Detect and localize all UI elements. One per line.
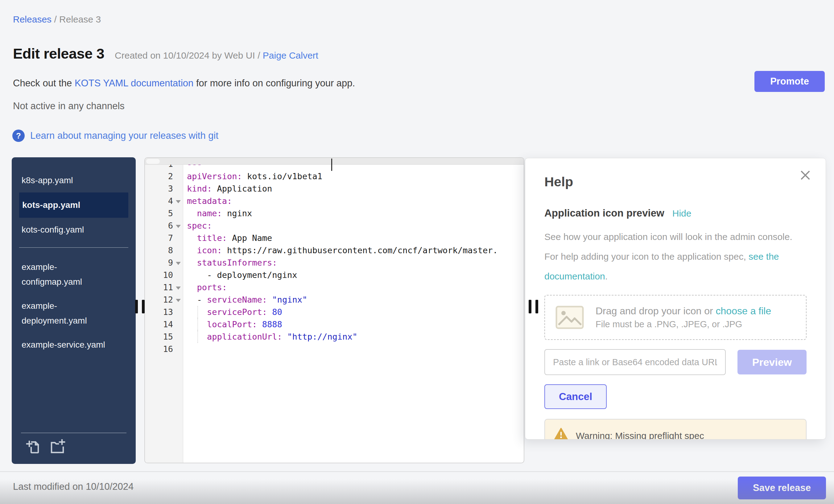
sidebar-file-kots-config.yaml[interactable]: kots-config.yaml xyxy=(19,218,128,242)
fold-slot xyxy=(173,232,183,244)
editor-scrollbar-thumb[interactable] xyxy=(146,159,160,164)
line-number: 3 xyxy=(145,182,173,195)
icon-dropzone[interactable]: Drag and drop your icon or choose a file… xyxy=(544,295,807,340)
code-text: spec: xyxy=(183,220,524,232)
icon-url-input[interactable] xyxy=(544,349,726,375)
promote-button[interactable]: Promote xyxy=(754,71,825,92)
created-author-link[interactable]: Paige Calvert xyxy=(263,50,318,61)
sidebar-file-example-configmap.yaml[interactable]: example-configmap.yaml xyxy=(19,255,128,294)
warning-texts: Warning: Missing preflight spec Warning … xyxy=(576,427,767,440)
sidebar-file-example-service.yaml[interactable]: example-service.yaml xyxy=(19,333,128,357)
line-number: 10 xyxy=(145,269,173,281)
preview-button[interactable]: Preview xyxy=(738,350,807,374)
sidebar-resize-handle[interactable] xyxy=(135,300,145,313)
code-text: apiVersion: kots.io/v1beta1 xyxy=(183,170,524,182)
code-text: applicationUrl: "http://nginx" xyxy=(183,331,524,343)
code-line[interactable]: 9 statusInformers: xyxy=(145,257,524,269)
dropzone-file-types: File must be a .PNG, .JPEG, or .JPG xyxy=(596,319,771,329)
page-title: Edit release 3 xyxy=(13,45,104,62)
text-cursor xyxy=(331,158,332,171)
fold-slot xyxy=(173,182,183,195)
code-text: localPort: 8888 xyxy=(183,318,524,331)
breadcrumb-current: Release 3 xyxy=(59,14,101,24)
save-release-button[interactable]: Save release xyxy=(738,477,826,499)
yaml-editor[interactable]: 1---2apiVersion: kots.io/v1beta13kind: A… xyxy=(144,157,524,463)
icon-preview-header: Application icon preview Hide xyxy=(544,207,807,219)
code-line[interactable]: 16 xyxy=(145,343,524,355)
code-lines: 1---2apiVersion: kots.io/v1beta13kind: A… xyxy=(145,158,524,355)
choose-file-link[interactable]: choose a file xyxy=(716,305,771,316)
warning-line1: Warning: Missing preflight spec xyxy=(576,427,767,440)
editor-scrollbar[interactable] xyxy=(145,158,524,165)
code-line[interactable]: 15 applicationUrl: "http://nginx" xyxy=(145,331,524,343)
breadcrumb-releases-link[interactable]: Releases xyxy=(13,14,51,24)
code-text: icon: https://raw.githubusercontent.com/… xyxy=(183,244,524,257)
icon-url-row: Preview xyxy=(544,349,807,375)
dropzone-texts: Drag and drop your icon or choose a file… xyxy=(596,305,771,329)
line-number: 4 xyxy=(145,195,173,207)
fold-slot xyxy=(173,306,183,318)
line-number: 12 xyxy=(145,294,173,306)
fold-arrow-icon[interactable] xyxy=(176,287,181,290)
help-title: Help xyxy=(544,174,807,190)
line-number: 5 xyxy=(145,207,173,220)
code-text: metadata: xyxy=(183,195,524,207)
code-line[interactable]: 6spec: xyxy=(145,220,524,232)
code-line[interactable]: 13 servicePort: 80 xyxy=(145,306,524,318)
new-folder-button[interactable] xyxy=(49,439,65,455)
fold-slot xyxy=(173,220,183,232)
code-line[interactable]: 7 title: App Name xyxy=(145,232,524,244)
fold-arrow-icon[interactable] xyxy=(176,299,181,302)
fold-arrow-icon[interactable] xyxy=(176,262,181,265)
new-file-icon xyxy=(25,439,41,455)
line-number: 2 xyxy=(145,170,173,182)
docs-line: Check out the KOTS YAML documentation fo… xyxy=(13,78,355,89)
fold-slot xyxy=(173,318,183,331)
help-panel: Help Application icon preview Hide See h… xyxy=(525,158,826,440)
code-line[interactable]: 5 name: nginx xyxy=(145,207,524,220)
fold-slot xyxy=(173,331,183,343)
code-text: - serviceName: "nginx" xyxy=(183,294,524,306)
fold-slot xyxy=(173,281,183,294)
edit-release-page: Releases / Release 3 Edit release 3 Crea… xyxy=(0,0,834,504)
sidebar-file-kots-app.yaml[interactable]: kots-app.yaml xyxy=(19,193,128,218)
new-file-button[interactable] xyxy=(25,439,41,455)
line-number: 7 xyxy=(145,232,173,244)
fold-slot xyxy=(173,195,183,207)
cancel-button[interactable]: Cancel xyxy=(544,384,607,409)
kots-yaml-docs-link[interactable]: KOTS YAML documentation xyxy=(75,78,193,89)
breadcrumb-separator: / xyxy=(54,14,59,24)
code-line[interactable]: 4metadata: xyxy=(145,195,524,207)
code-line[interactable]: 8 icon: https://raw.githubusercontent.co… xyxy=(145,244,524,257)
icon-preview-description: See how your application icon will look … xyxy=(544,227,797,286)
git-releases-link[interactable]: Learn about managing your releases with … xyxy=(30,130,218,141)
question-circle-icon: ? xyxy=(12,130,25,142)
fold-slot xyxy=(173,294,183,306)
fold-arrow-icon[interactable] xyxy=(176,225,181,228)
code-line[interactable]: 11 ports: xyxy=(145,281,524,294)
sidebar-file-k8s-app.yaml[interactable]: k8s-app.yaml xyxy=(19,169,128,193)
warning-icon xyxy=(554,428,568,440)
code-text: kind: Application xyxy=(183,182,524,195)
close-help-button[interactable] xyxy=(798,169,812,182)
line-number: 9 xyxy=(145,257,173,269)
code-text: - deployment/nginx xyxy=(183,269,524,281)
help-resize-handle[interactable] xyxy=(529,300,538,313)
code-text: name: nginx xyxy=(183,207,524,220)
line-number: 15 xyxy=(145,331,173,343)
preflight-warning-box: Warning: Missing preflight spec Warning … xyxy=(544,419,807,440)
fold-arrow-icon[interactable] xyxy=(176,200,181,203)
channel-status: Not active in any channels xyxy=(13,101,125,112)
hide-link[interactable]: Hide xyxy=(673,208,692,219)
sidebar-file-example-deployment.yaml[interactable]: example-deployment.yaml xyxy=(19,294,128,333)
code-line[interactable]: 10 - deployment/nginx xyxy=(145,269,524,281)
kots-file-list: k8s-app.yamlkots-app.yamlkots-config.yam… xyxy=(12,157,136,242)
code-line[interactable]: 2apiVersion: kots.io/v1beta1 xyxy=(145,170,524,182)
code-line[interactable]: 14 localPort: 8888 xyxy=(145,318,524,331)
fold-slot xyxy=(173,269,183,281)
code-line[interactable]: 12 - serviceName: "nginx" xyxy=(145,294,524,306)
fold-slot xyxy=(173,244,183,257)
sidebar-bottom-divider xyxy=(21,433,127,433)
code-line[interactable]: 3kind: Application xyxy=(145,182,524,195)
file-list-divider xyxy=(19,247,128,248)
